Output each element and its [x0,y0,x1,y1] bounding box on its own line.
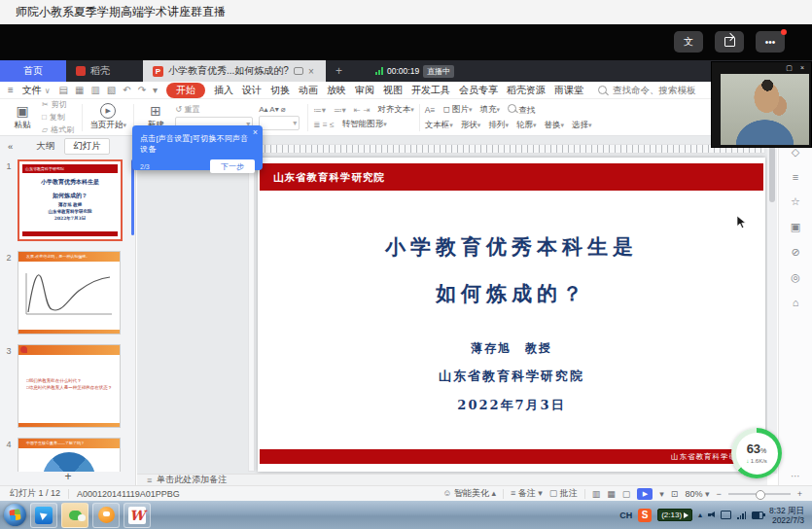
vertical-scrollbar[interactable]: ▴ ▾ [767,136,777,474]
wifi-signal-icon[interactable] [737,511,746,519]
properties-icon[interactable]: ≡ [793,171,798,183]
hamburger-icon[interactable]: ≡ [8,85,14,95]
fill-button[interactable]: 填充▾ [479,104,500,116]
qat-more-icon[interactable]: ▾ [153,85,158,95]
shape-button[interactable]: 形状▾ [461,120,481,131]
play-options-icon[interactable]: ▾ [659,489,664,499]
bullet-list-icon[interactable]: ≔▾ [313,105,326,115]
align-text-button[interactable]: 对齐文本▾ [377,104,414,116]
tooltip-close-icon[interactable]: × [253,127,258,137]
menu-tab-insert[interactable]: 插入 [214,84,233,97]
menu-tab-review[interactable]: 审阅 [355,84,374,97]
beautify-button[interactable]: ☺ 智能美化 ▴ [442,487,496,500]
menu-tab-view[interactable]: 视图 [383,84,403,97]
taskbar-app-wechat[interactable] [61,503,88,528]
help-icon[interactable]: ⊘ [791,246,799,259]
new-tab-button[interactable]: + [326,60,352,82]
save-icon[interactable]: ▤ [58,85,67,95]
search-input[interactable] [611,84,722,96]
menu-tab-member[interactable]: 会员专享 [459,84,498,97]
menu-tab-animation[interactable]: 动画 [299,84,318,97]
menu-tab-design[interactable]: 设计 [242,84,262,97]
taskbar-clock[interactable]: 8:32 周日 2022/7/3 [769,506,804,525]
menu-tab-rainclass[interactable]: 雨课堂 [554,84,583,97]
taskbar-app-camera[interactable] [92,503,120,528]
find-button[interactable]: 查找 [508,104,535,117]
pin-icon[interactable]: ⌂ [793,297,799,308]
slide-thumbnail-row[interactable]: 3 □我们的教育处在什么时代？ □信息时代的教育人是一种怎样的存在状态？ [0,344,136,428]
text-style-icon[interactable]: A≡ [425,105,436,115]
copy-button[interactable]: □ 复制 [42,112,74,123]
command-search[interactable] [598,84,722,96]
menu-tab-slideshow[interactable]: 放映 [327,84,346,97]
share-button[interactable] [715,31,744,53]
cut-button[interactable]: ✂ 剪切 [42,99,74,110]
menu-tab-devtools[interactable]: 开发工具 [411,84,450,97]
tray-expand-icon[interactable]: ▴ [698,511,702,519]
ime-indicator[interactable]: CH [619,511,632,520]
preview-icon[interactable]: ▧ [107,85,116,95]
slide-thumbnail-row[interactable]: 1 山东省教育科学研究院 小学教育优秀本科生是 如何炼成的？ 薄存旭 教授 山东… [0,159,136,241]
indent-icons[interactable]: ⇤ ⇥ [354,105,371,115]
slide-canvas[interactable]: 山东省教育科学研究院 小学教育优秀本科生是 如何炼成的？ 薄存旭 教授 山东省教… [258,158,765,472]
undo-icon[interactable]: ↶ [123,85,130,95]
comment-button[interactable]: ▢ 批注 [549,487,578,500]
number-list-icon[interactable]: ≕▾ [334,105,346,115]
read-view-icon[interactable]: ▢ [622,489,631,499]
picture-button[interactable]: ◻ 图片▾ [442,104,472,116]
print-icon[interactable]: ▥ [90,85,99,95]
feedback-icon[interactable]: ◎ [791,271,800,284]
sogou-icon[interactable]: S [638,509,652,522]
notes-bar[interactable]: ≡ 单击此处添加备注 [137,474,767,485]
layers-icon[interactable]: ▣ [791,221,800,233]
taskbar-app-messenger[interactable] [30,503,57,528]
slide-thumbnail-row[interactable]: 4 中国学生核心素养——了解了吗？ [0,438,136,472]
network-icon[interactable] [721,511,731,519]
tab-close-icon[interactable]: × [308,66,314,77]
normal-view-icon[interactable]: ▥ [592,489,601,499]
tab-document[interactable]: P 小学教育优秀...如何炼成的? × [143,60,326,82]
favorite-icon[interactable]: ☆ [791,195,800,208]
speaker-icon[interactable] [708,511,715,518]
battery-timer-widget[interactable]: (2:13) [657,509,692,521]
start-button[interactable] [4,504,26,526]
export-icon[interactable]: ▦ [75,85,84,95]
slide-org[interactable]: 山东省教育科学研究院 [258,368,765,385]
zoom-slider[interactable] [728,493,791,495]
play-current-button[interactable]: ▶ 当页开始▾ [88,103,128,131]
tab-docer[interactable]: 稻壳 [66,60,120,82]
slideshow-play-button[interactable]: ▶ [637,488,653,500]
fit-window-icon[interactable]: ⊡ [671,489,679,499]
font-size-icons[interactable]: A▴ A▾ ⌀ [259,105,300,114]
add-slide-button[interactable]: + [0,470,136,483]
menu-file[interactable]: 文件 ∨ [22,84,51,97]
slide-3-thumbnail[interactable]: □我们的教育处在什么时代？ □信息时代的教育人是一种怎样的存在状态？ [18,344,121,428]
camera-video-window[interactable]: ▢ × [711,61,812,148]
outline-button[interactable]: 轮廓▾ [516,120,537,131]
reset-button[interactable]: ↺ 重置 [175,104,253,115]
toolbar-more-icon[interactable]: ⋯ [791,471,800,481]
smart-graphic-button[interactable]: 转智能图形▾ [342,119,387,130]
notes-toggle-button[interactable]: ≡ 备注 ▾ [511,487,543,500]
align-icons[interactable]: ≣ ≡ ≤ [313,120,334,129]
paste-button[interactable]: ▣ 粘贴 [6,104,39,131]
menu-tab-docer-res[interactable]: 稻壳资源 [507,84,546,97]
zoom-out-button[interactable]: − [716,489,721,499]
replace-button[interactable]: 替换▾ [544,120,564,131]
format-painter-button[interactable]: ▱ 格式刷 [42,124,74,135]
tab-slides[interactable]: 幻灯片 [64,138,110,155]
tab-home[interactable]: 首页 [0,60,66,82]
zoom-level-button[interactable]: 80% ▾ [685,489,709,499]
select-button[interactable]: 选择▾ [572,120,592,131]
slide-date[interactable]: 2022年7月3日 [258,397,765,414]
slide-2-thumbnail[interactable]: 发展-改变信念吗，是一种认知偏移。 [18,251,121,335]
textbox-button[interactable]: 文本框▾ [425,120,453,131]
translate-button[interactable]: 文 [674,31,703,53]
slide-header-bar[interactable]: 山东省教育科学研究院 [260,163,763,191]
panel-collapse-button[interactable]: « [8,141,13,152]
slide-4-thumbnail[interactable]: 中国学生核心素养——了解了吗？ [18,438,121,472]
battery-icon[interactable] [752,511,763,519]
slide-1-thumbnail[interactable]: 山东省教育科学研究院 小学教育优秀本科生是 如何炼成的？ 薄存旭 教授 山东省教… [18,159,123,241]
menu-tab-home[interactable]: 开始 [166,83,205,98]
redo-icon[interactable]: ↷ [138,85,146,95]
